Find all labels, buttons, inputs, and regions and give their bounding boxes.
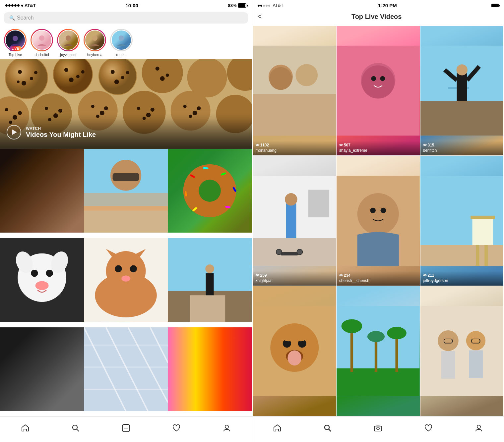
battery-bar-left [238, 3, 246, 8]
nav-heart-left[interactable] [169, 421, 184, 435]
home-icon-right [273, 424, 282, 432]
svg-point-109 [295, 64, 318, 86]
svg-point-150 [293, 326, 308, 341]
live-cell-jeffrey[interactable]: 👁 211 jeffreydgerson [420, 156, 504, 286]
svg-rect-139 [472, 217, 493, 245]
username-jeffrey: jeffreydgerson [423, 278, 501, 283]
nav-home-left[interactable] [18, 421, 32, 435]
story-item-joyvincent[interactable]: joyvincent [57, 29, 80, 57]
live-info-benfitch: 👁 315 benfitch [420, 141, 504, 155]
eye-icon-jeffrey: 👁 [423, 273, 427, 277]
eye-icon-shayla: 👁 [339, 143, 343, 147]
username-benfitch: benfitch [423, 148, 501, 153]
nav-camera-right[interactable] [371, 421, 385, 435]
grid-cell-9[interactable] [168, 327, 252, 411]
watch-overlay[interactable]: WATCH Videos You Might Like [0, 118, 252, 149]
live-cell-knightjaa[interactable]: 👁 259 knightjaa [253, 156, 336, 286]
nav-home-right[interactable] [270, 421, 284, 435]
live-cell-7[interactable] [253, 286, 336, 416]
watch-title: Videos You Might Like [26, 131, 96, 138]
svg-point-170 [477, 425, 480, 428]
featured-image[interactable]: WATCH Videos You Might Like [0, 59, 252, 149]
signal-dots-left [5, 4, 20, 7]
grid-cell-3[interactable] [168, 149, 252, 233]
bottom-nav-right [252, 416, 504, 442]
battery-fill-left [238, 4, 245, 7]
svg-point-160 [438, 330, 459, 351]
eye-icon-knightjaa: 👁 [256, 273, 259, 277]
svg-point-110 [269, 67, 292, 90]
profile-icon-left [222, 424, 231, 432]
svg-point-106 [225, 425, 228, 428]
svg-point-121 [456, 64, 467, 75]
username-knightjaa: knightjaa [256, 278, 334, 283]
svg-point-158 [367, 331, 385, 342]
nav-profile-left[interactable] [220, 421, 234, 435]
battery-pct-left: 88% [228, 3, 236, 8]
live-cell-img-9 [420, 286, 504, 416]
battery-left: 88% [228, 3, 246, 8]
viewers-count-shayla: 507 [344, 143, 350, 147]
stories-row: LIVE Top Live chchoitoi [0, 26, 252, 59]
live-cell-img-monahuang [253, 26, 336, 155]
grid-cell-5[interactable] [84, 238, 168, 322]
avatar-content-top-live [9, 33, 22, 47]
battery-fill-right [492, 4, 498, 7]
live-cell-img-cherish [337, 156, 420, 286]
svg-point-162 [466, 331, 485, 350]
svg-point-114 [361, 65, 395, 98]
nav-search-left[interactable] [68, 421, 83, 435]
story-item-chchoitoi[interactable]: chchoitoi [31, 29, 53, 57]
story-item-rourke[interactable]: rourke [110, 29, 133, 57]
nav-search-right[interactable] [320, 421, 335, 435]
play-button[interactable] [7, 125, 21, 139]
svg-rect-111 [253, 94, 336, 136]
svg-point-92 [206, 264, 215, 273]
svg-point-76 [46, 270, 53, 277]
svg-point-136 [381, 208, 386, 213]
svg-point-131 [276, 249, 282, 255]
time-left: 10:00 [125, 3, 138, 8]
grid-cell-6[interactable] [168, 238, 252, 322]
donut-img [168, 149, 252, 233]
svg-point-148 [287, 350, 301, 365]
live-cell-8[interactable] [337, 286, 420, 416]
dog-img [0, 238, 84, 322]
nav-heart-right[interactable] [421, 421, 436, 435]
story-username-rourke: rourke [116, 53, 126, 57]
live-cell-shayla[interactable]: 👁 507 shayla_extreme [337, 26, 420, 155]
battery-right [491, 4, 499, 7]
grid-cell-7[interactable] [0, 327, 84, 411]
live-info-knightjaa: 👁 259 knightjaa [253, 271, 336, 286]
live-badge: LIVE [10, 46, 21, 51]
grid-cell-4[interactable] [0, 238, 84, 322]
avatar-content-chchoitoi [35, 33, 48, 47]
live-cell-monahuang[interactable]: 👁 1102 monahuang [253, 26, 336, 155]
story-ring-rourke [110, 29, 133, 51]
live-cell-benfitch[interactable]: 👁 315 benfitch [420, 26, 504, 155]
live-info-jeffrey: 👁 211 jeffreydgerson [420, 271, 504, 286]
svg-rect-161 [441, 351, 455, 379]
nav-add-left[interactable] [119, 421, 133, 435]
live-cell-9[interactable] [420, 286, 504, 416]
grid-cell-8[interactable] [84, 327, 168, 411]
live-viewers-shayla: 👁 507 [339, 143, 417, 147]
back-button[interactable]: < [258, 12, 262, 21]
svg-point-166 [325, 425, 329, 430]
story-ring-heyberna [84, 29, 106, 51]
left-panel: ▾ AT&T 10:00 88% 🔍 Search [0, 0, 252, 442]
story-item-heyberna[interactable]: heyberna [84, 29, 106, 57]
username-shayla: shayla_extreme [339, 148, 417, 153]
top-live-title: Top Live Videos [266, 13, 487, 21]
nav-profile-right[interactable] [472, 421, 486, 435]
grid-cell-2[interactable] [84, 149, 168, 233]
grid-cell-1[interactable] [0, 149, 84, 233]
live-cell-cherish[interactable]: 👁 234 cherish__cherish [337, 156, 420, 286]
story-item-top-live[interactable]: LIVE Top Live [4, 29, 27, 57]
svg-point-3 [92, 35, 97, 41]
search-bar[interactable]: 🔍 Search [4, 12, 248, 24]
story-avatar-rourke [111, 30, 132, 50]
svg-point-132 [297, 249, 302, 255]
svg-point-156 [387, 327, 406, 339]
svg-point-83 [115, 265, 122, 272]
